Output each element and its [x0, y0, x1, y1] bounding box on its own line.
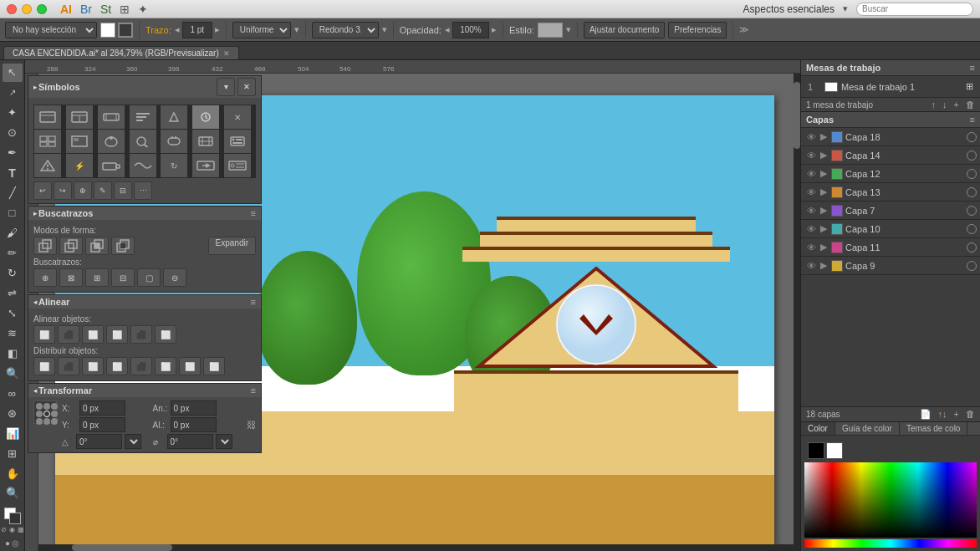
preferencias-button[interactable]: Preferencias [668, 22, 727, 38]
sim-cell-2-6[interactable] [224, 154, 251, 177]
expandir-btn[interactable]: Expandir [208, 237, 256, 255]
layers-move-icon[interactable]: ↑↓ [938, 409, 947, 420]
bt-divide[interactable]: ⊕ [33, 268, 57, 287]
sim-cell-0-3[interactable] [130, 105, 156, 129]
al-center-h[interactable]: ⬛ [58, 325, 79, 344]
sim-cell-1-0[interactable] [34, 130, 61, 153]
zoom-tool[interactable]: 🔍 [3, 484, 23, 503]
sim-cell-0-0[interactable] [34, 105, 61, 129]
layer-arrow-capa14[interactable]: ▶ [820, 150, 829, 161]
bt-minus-front[interactable] [59, 237, 83, 255]
layers-add-icon[interactable]: 📄 [920, 409, 932, 420]
artboard-item[interactable]: 1 Mesa de trabajo 1 ⊞ [804, 79, 977, 94]
sim-cell-0-6[interactable]: ✕ [224, 105, 251, 129]
color-picker-area[interactable] [804, 462, 977, 538]
sim-cell-2-3[interactable] [130, 154, 156, 177]
shear-input[interactable] [167, 434, 213, 449]
reference-point[interactable] [33, 400, 57, 424]
artboards-move-up-icon[interactable]: ↑ [932, 99, 937, 110]
dist-left[interactable]: ⬜ [33, 357, 55, 375]
ai-icon[interactable]: AI [60, 3, 72, 16]
layer-eye-icon[interactable]: 👁 [804, 132, 818, 142]
eyedropper-tool[interactable]: 🔍 [3, 364, 23, 382]
style-color-box[interactable] [538, 23, 563, 38]
layer-eye-capa9[interactable]: 👁 [804, 261, 818, 271]
dist-v-space[interactable]: ⬜ [203, 357, 225, 375]
sym-btn-1[interactable]: ↩ [33, 181, 52, 200]
gradient-tool[interactable]: ◧ [3, 344, 23, 362]
vertical-scrollbar[interactable] [794, 74, 800, 551]
layer-arrow-capa7[interactable]: ▶ [820, 205, 829, 216]
close-button[interactable] [7, 4, 17, 14]
draw-normal-icon[interactable]: ● [5, 538, 10, 548]
blend-tool[interactable]: ∞ [3, 384, 23, 402]
swatch-black[interactable] [808, 442, 824, 459]
line-tool[interactable]: ╱ [3, 184, 23, 202]
sim-cell-2-1[interactable]: ⚡ [66, 154, 93, 177]
alinear-panel-header[interactable]: ◂ Alinear ≡ [28, 295, 261, 309]
color-tab[interactable]: Color [801, 422, 835, 435]
color-gradient-bg[interactable] [804, 462, 977, 538]
al-right[interactable]: ⬜ [82, 325, 104, 344]
bt-minus-back[interactable]: ⊖ [163, 268, 186, 287]
sim-cell-1-1[interactable] [66, 130, 93, 153]
dist-center-v[interactable]: ⬛ [130, 357, 152, 375]
buscatrazos-menu-icon[interactable]: ≡ [251, 208, 256, 218]
sim-cell-2-5[interactable] [192, 154, 219, 177]
layer-circle-capa7[interactable] [967, 206, 977, 216]
type-tool[interactable]: T [3, 164, 23, 182]
fill-color-box[interactable] [100, 23, 115, 38]
pen-tool[interactable]: ✒ [3, 144, 23, 162]
rotate-tool[interactable]: ↻ [3, 264, 23, 283]
h-scrollbar-thumb[interactable] [72, 544, 172, 551]
layer-circle-capa14[interactable] [967, 151, 977, 161]
mirror-tool[interactable]: ⇌ [3, 283, 23, 302]
sym-btn-6[interactable]: ⋯ [134, 181, 152, 200]
y-input[interactable] [79, 417, 125, 432]
layers-panel-icon[interactable]: ≡ [970, 115, 975, 125]
shear-unit[interactable]: ° [216, 434, 232, 449]
title-dropdown-icon[interactable]: ▾ [843, 3, 848, 14]
hue-strip[interactable] [804, 539, 977, 548]
layers-delete-icon[interactable]: 🗑 [966, 409, 975, 420]
sim-cell-2-2[interactable] [98, 154, 125, 177]
bt-merge[interactable]: ⊞ [85, 268, 109, 287]
an-input[interactable] [171, 400, 217, 416]
al-bottom[interactable]: ⬜ [155, 325, 176, 344]
layers-new-icon[interactable]: + [954, 409, 959, 420]
canvas-tab-close-icon[interactable]: ✕ [223, 49, 230, 58]
title-search-input[interactable] [856, 3, 973, 16]
draw-behind-icon[interactable]: ◎ [12, 538, 19, 548]
themes-tab[interactable]: Temas de colo [900, 422, 967, 435]
layer-item-capa14[interactable]: 👁 ▶ Capa 14 [801, 146, 980, 165]
layer-eye-capa10[interactable]: 👁 [804, 224, 818, 234]
layer-item-capa18[interactable]: 👁 ▶ Capa 18 [801, 128, 980, 146]
lasso-tool[interactable]: ⊙ [3, 124, 23, 142]
transformar-menu-icon[interactable]: ≡ [251, 385, 256, 395]
bt-unite[interactable] [33, 237, 57, 255]
buscatrazos-panel-header[interactable]: ▸ Buscatrazos ≡ [28, 207, 261, 220]
artboards-new-icon[interactable]: + [954, 99, 959, 110]
simbolos-dropdown-btn[interactable]: ▾ [217, 78, 235, 96]
layer-circle-capa9[interactable] [967, 261, 977, 271]
layer-item-capa7[interactable]: 👁 ▶ Capa 7 [801, 202, 980, 220]
symbol-tool[interactable]: ⊛ [3, 404, 23, 422]
grid-icon[interactable]: ⊞ [120, 3, 130, 16]
stroke-style-dropdown[interactable]: Uniforme [232, 22, 291, 38]
al-center-v[interactable]: ⬛ [130, 325, 152, 344]
al-input[interactable] [171, 417, 217, 432]
sim-cell-1-3[interactable] [130, 130, 156, 153]
guide-color-tab[interactable]: Guía de color [835, 422, 900, 435]
dist-right[interactable]: ⬜ [82, 357, 104, 375]
layer-eye-capa13[interactable]: 👁 [804, 187, 818, 197]
maximize-button[interactable] [37, 4, 47, 14]
graph-tool[interactable]: 📊 [3, 424, 23, 442]
layer-eye-capa12[interactable]: 👁 [804, 169, 818, 179]
selection-dropdown[interactable]: No hay selección [5, 22, 97, 38]
bt-outline[interactable]: ▢ [137, 268, 161, 287]
layer-arrow-icon[interactable]: ▶ [820, 131, 829, 142]
select-tool[interactable]: ↖ [3, 64, 23, 82]
transformar-panel-header[interactable]: ◂ Transformar ≡ [28, 384, 261, 397]
layer-item-capa12[interactable]: 👁 ▶ Capa 12 [801, 165, 980, 183]
round-style-dropdown[interactable]: Redondo 3... [312, 22, 379, 38]
